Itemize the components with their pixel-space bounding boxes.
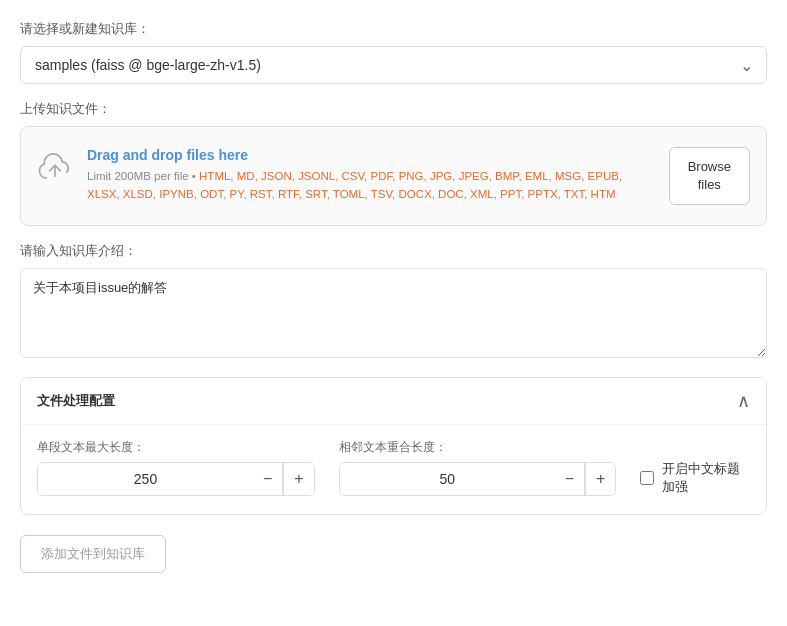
field2-plus-button[interactable]: + [585, 463, 615, 495]
field1-plus-button[interactable]: + [283, 463, 313, 495]
upload-limit: Limit 200MB per file • HTML, MD, JSON, J… [87, 167, 655, 204]
field1-minus-button[interactable]: − [253, 463, 283, 495]
field2-minus-button[interactable]: − [555, 463, 585, 495]
upload-icon [37, 151, 73, 190]
upload-text: Drag and drop files here Limit 200MB per… [87, 147, 655, 204]
upload-section: 上传知识文件： Drag and drop files here Limit 2… [20, 100, 767, 226]
config-row-all: 单段文本最大长度： − + 相邻文本重合长度： − + 开启中文标题加 [37, 439, 750, 496]
config-collapse-icon: ∧ [737, 390, 750, 412]
browse-files-button[interactable]: Browse files [669, 147, 750, 205]
config-panel: 文件处理配置 ∧ 单段文本最大长度： − + 相邻文本重合长度： − + [20, 377, 767, 515]
kb-dropdown[interactable]: samples (faiss @ bge-large-zh-v1.5) [20, 46, 767, 84]
intro-section: 请输入知识库介绍： 关于本项目issue的解答 [20, 242, 767, 361]
submit-section: 添加文件到知识库 [20, 535, 767, 573]
config-header[interactable]: 文件处理配置 ∧ [21, 378, 766, 424]
upload-limit-prefix: Limit 200MB per file • [87, 170, 199, 182]
config-title: 文件处理配置 [37, 392, 115, 410]
field1-value[interactable] [38, 464, 253, 494]
field2: 相邻文本重合长度： − + [339, 439, 617, 496]
intro-textarea[interactable]: 关于本项目issue的解答 [20, 268, 767, 358]
kb-select-label: 请选择或新建知识库： [20, 20, 767, 38]
upload-title: Drag and drop files here [87, 147, 655, 163]
checkbox-label: 开启中文标题加强 [662, 460, 750, 496]
config-body: 单段文本最大长度： − + 相邻文本重合长度： − + 开启中文标题加 [21, 424, 766, 514]
field2-label: 相邻文本重合长度： [339, 439, 617, 456]
field2-stepper: − + [339, 462, 617, 496]
field1-stepper: − + [37, 462, 315, 496]
submit-button[interactable]: 添加文件到知识库 [20, 535, 166, 573]
field2-value[interactable] [340, 464, 555, 494]
intro-label: 请输入知识库介绍： [20, 242, 767, 260]
kb-dropdown-wrapper: samples (faiss @ bge-large-zh-v1.5) ⌄ [20, 46, 767, 84]
kb-select-section: 请选择或新建知识库： samples (faiss @ bge-large-zh… [20, 20, 767, 84]
field1-label: 单段文本最大长度： [37, 439, 315, 456]
upload-dropzone[interactable]: Drag and drop files here Limit 200MB per… [20, 126, 767, 226]
chinese-title-checkbox-row: 开启中文标题加强 [640, 460, 750, 496]
field1: 单段文本最大长度： − + [37, 439, 315, 496]
upload-label: 上传知识文件： [20, 100, 767, 118]
chinese-title-checkbox[interactable] [640, 470, 654, 486]
